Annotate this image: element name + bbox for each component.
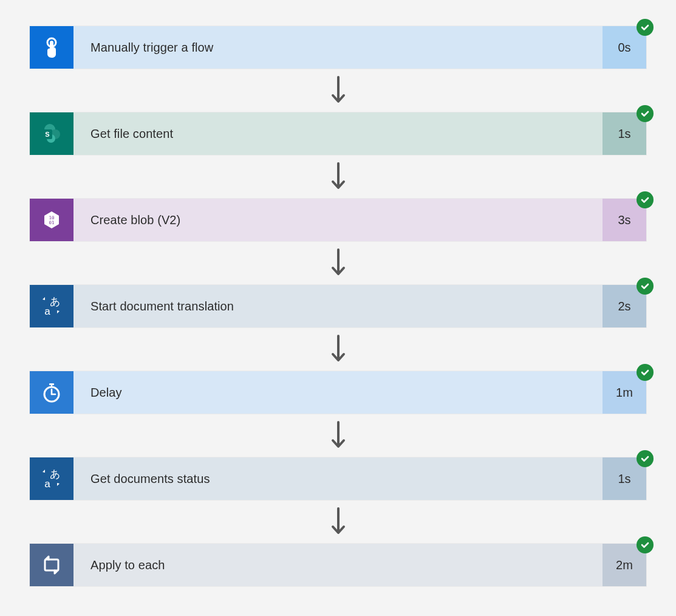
step-get-file-content[interactable]: S Get file content 1s [29,112,647,156]
svg-text:あ: あ [50,468,60,480]
status-success-icon [637,278,654,295]
sharepoint-icon: S [30,112,73,155]
step-label: Manually trigger a flow [73,26,603,69]
flow-arrow-icon [29,156,647,198]
step-apply-to-each[interactable]: Apply to each 2m [29,543,647,587]
flow-arrow-icon [29,69,647,112]
step-manually-trigger-flow[interactable]: Manually trigger a flow 0s [29,26,647,69]
status-success-icon [637,450,654,467]
step-get-documents-status[interactable]: あ a Get documents status 1s [29,457,647,501]
step-label: Apply to each [73,544,603,586]
step-label: Get file content [73,112,603,155]
step-delay[interactable]: Delay 1m [29,371,647,414]
step-label: Create blob (V2) [73,199,603,241]
status-success-icon [637,536,654,553]
step-create-blob[interactable]: 10 01 Create blob (V2) 3s [29,198,647,242]
flow-arrow-icon [29,242,647,284]
flow-arrow-icon [29,501,647,543]
svg-text:あ: あ [50,296,60,307]
translate-icon: あ a [30,457,73,500]
loop-icon [30,544,73,586]
delay-icon [30,371,73,414]
status-success-icon [637,105,654,122]
svg-text:a: a [44,478,50,490]
translate-icon: あ a [30,285,73,327]
flow-canvas: Manually trigger a flow 0s S Get file co… [0,0,676,604]
status-success-icon [637,364,654,381]
step-start-document-translation[interactable]: あ a Start document translation 2s [29,284,647,328]
blob-icon: 10 01 [30,199,73,241]
manual-trigger-icon [30,26,73,69]
flow-arrow-icon [29,328,647,371]
svg-text:01: 01 [49,220,54,225]
status-success-icon [637,19,654,36]
step-label: Delay [73,371,603,414]
flow-arrow-icon [29,414,647,457]
svg-rect-18 [45,560,58,570]
svg-rect-11 [49,383,54,385]
svg-text:S: S [45,131,49,138]
step-label: Get documents status [73,457,603,500]
svg-text:a: a [44,306,50,317]
status-success-icon [637,191,654,208]
step-label: Start document translation [73,285,603,327]
